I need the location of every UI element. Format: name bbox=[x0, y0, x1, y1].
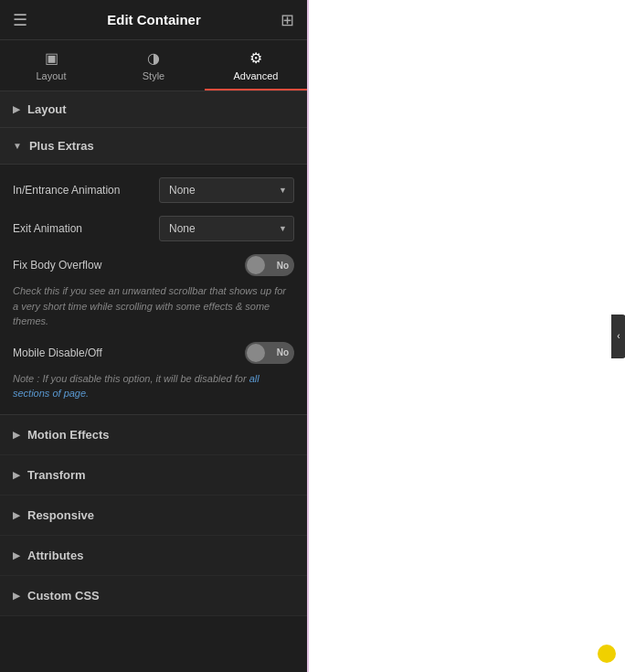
motion-effects-label: Motion Effects bbox=[27, 428, 110, 442]
transform-label: Transform bbox=[27, 468, 86, 482]
tab-advanced-label: Advanced bbox=[234, 70, 279, 81]
plus-extras-section-header[interactable]: ▼ Plus Extras bbox=[0, 128, 307, 165]
in-entrance-animation-select-wrapper: None FadeIn SlideIn ZoomIn bbox=[159, 177, 294, 203]
fix-body-overflow-toggle-text: No bbox=[277, 261, 289, 271]
transform-section-header[interactable]: ▶ Transform bbox=[0, 455, 307, 496]
mobile-disable-toggle[interactable]: No bbox=[245, 342, 294, 364]
in-entrance-animation-select[interactable]: None FadeIn SlideIn ZoomIn bbox=[159, 177, 294, 203]
layout-section-label: Layout bbox=[27, 102, 67, 116]
mobile-disable-row: Mobile Disable/Off No bbox=[13, 342, 294, 364]
attributes-label: Attributes bbox=[27, 549, 83, 562]
plus-extras-content: In/Entrance Animation None FadeIn SlideI… bbox=[0, 165, 307, 415]
exit-animation-select[interactable]: None FadeOut SlideOut ZoomOut bbox=[159, 216, 294, 241]
mobile-disable-label: Mobile Disable/Off bbox=[13, 347, 238, 359]
plus-extras-section-label: Plus Extras bbox=[29, 139, 94, 153]
menu-icon[interactable]: ☰ bbox=[13, 10, 27, 30]
transform-arrow-icon: ▶ bbox=[13, 470, 20, 480]
exit-animation-label: Exit Animation bbox=[13, 222, 152, 235]
responsive-label: Responsive bbox=[27, 508, 94, 522]
collapse-arrow-icon: ‹ bbox=[617, 331, 620, 341]
yellow-dot-indicator bbox=[598, 645, 616, 663]
grid-icon[interactable]: ⊞ bbox=[281, 10, 294, 30]
fix-body-overflow-toggle[interactable]: No bbox=[245, 254, 294, 276]
fix-body-overflow-knob bbox=[247, 256, 265, 274]
mobile-disable-note: Note : If you disable this option, it wi… bbox=[13, 371, 294, 401]
exit-animation-row: Exit Animation None FadeOut SlideOut Zoo… bbox=[13, 216, 294, 241]
fix-body-overflow-helper: Check this if you see an unwanted scroll… bbox=[13, 283, 294, 329]
responsive-section-header[interactable]: ▶ Responsive bbox=[0, 496, 307, 536]
tab-style-label: Style bbox=[143, 70, 164, 81]
responsive-arrow-icon: ▶ bbox=[13, 510, 20, 520]
style-tab-icon: ◑ bbox=[147, 49, 160, 67]
attributes-section-header[interactable]: ▶ Attributes bbox=[0, 536, 307, 576]
tab-advanced[interactable]: ⚙ Advanced bbox=[205, 40, 307, 91]
fix-body-overflow-row: Fix Body Overflow No bbox=[13, 254, 294, 276]
tab-style[interactable]: ◑ Style bbox=[102, 40, 205, 91]
layout-tab-icon: ▣ bbox=[45, 49, 58, 67]
tabs-bar: ▣ Layout ◑ Style ⚙ Advanced bbox=[0, 40, 307, 91]
mobile-disable-knob bbox=[247, 344, 265, 362]
in-entrance-animation-label: In/Entrance Animation bbox=[13, 184, 152, 197]
note-link: all sections of page. bbox=[13, 373, 260, 400]
plus-extras-arrow-icon: ▼ bbox=[13, 141, 22, 151]
collapse-sidebar-button[interactable]: ‹ bbox=[611, 315, 625, 358]
motion-effects-arrow-icon: ▶ bbox=[13, 430, 20, 440]
attributes-arrow-icon: ▶ bbox=[13, 550, 20, 560]
header: ☰ Edit Container ⊞ bbox=[0, 0, 307, 40]
mobile-disable-toggle-text: No bbox=[277, 347, 289, 357]
in-entrance-animation-row: In/Entrance Animation None FadeIn SlideI… bbox=[13, 177, 294, 203]
layout-arrow-icon: ▶ bbox=[13, 104, 20, 114]
advanced-tab-icon: ⚙ bbox=[249, 49, 262, 67]
tab-layout[interactable]: ▣ Layout bbox=[0, 40, 102, 91]
exit-animation-select-wrapper: None FadeOut SlideOut ZoomOut bbox=[159, 216, 294, 241]
fix-body-overflow-label: Fix Body Overflow bbox=[13, 259, 238, 272]
main-canvas: ‹ bbox=[307, 0, 625, 672]
motion-effects-section-header[interactable]: ▶ Motion Effects bbox=[0, 415, 307, 455]
page-title: Edit Container bbox=[27, 12, 281, 27]
layout-section-header[interactable]: ▶ Layout bbox=[0, 91, 307, 128]
canvas-inner: ‹ bbox=[307, 0, 625, 672]
custom-css-arrow-icon: ▶ bbox=[13, 591, 20, 601]
custom-css-label: Custom CSS bbox=[27, 589, 100, 603]
sidebar: ☰ Edit Container ⊞ ▣ Layout ◑ Style ⚙ Ad… bbox=[0, 0, 307, 672]
custom-css-section-header[interactable]: ▶ Custom CSS bbox=[0, 576, 307, 616]
tab-layout-label: Layout bbox=[36, 70, 66, 81]
